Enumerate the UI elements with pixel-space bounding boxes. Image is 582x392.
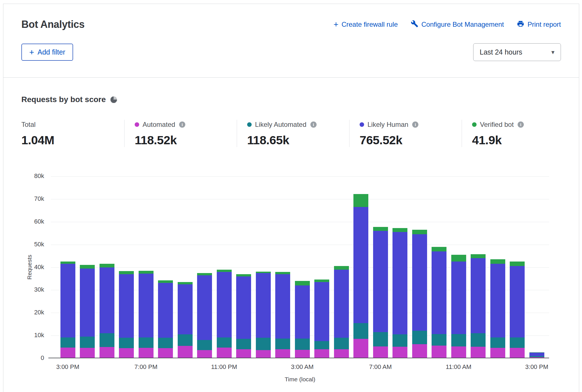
bar-stack[interactable]: [178, 176, 193, 358]
bar-segment-verified-bot: [334, 266, 349, 269]
plus-icon: +: [333, 20, 339, 29]
bar-segment-likely-automated: [510, 337, 525, 348]
bar-stack[interactable]: [217, 176, 232, 358]
bar-segment-likely-human: [80, 269, 95, 337]
bar-segment-likely-human: [451, 262, 466, 334]
stat-verified-bot: Verified bot i 41.9k: [462, 120, 524, 147]
bar-segment-verified-bot: [100, 264, 114, 267]
bar-stack[interactable]: [490, 176, 505, 358]
bar-stack[interactable]: [314, 176, 329, 358]
bar-segment-likely-automated: [119, 338, 134, 348]
bar-segment-verified-bot: [119, 271, 134, 274]
bar-segment-likely-automated: [158, 338, 173, 348]
section-title: Requests by bot score: [21, 95, 106, 104]
bar-segment-automated: [451, 346, 466, 358]
create-firewall-rule-link[interactable]: + Create firewall rule: [333, 20, 398, 29]
add-filter-label: Add filter: [38, 48, 66, 56]
bar-stack[interactable]: [432, 176, 446, 358]
x-tick-label: 7:00 PM: [123, 363, 168, 371]
bar-stack[interactable]: [334, 176, 349, 358]
bar-stack[interactable]: [295, 176, 310, 358]
bar-segment-automated: [236, 349, 251, 358]
legend-dot: [472, 122, 477, 127]
bar-segment-likely-automated: [334, 338, 349, 349]
bar-stack[interactable]: [197, 176, 212, 358]
bar-segment-likely-automated: [432, 334, 446, 345]
stat-likely-automated-label: Likely Automated: [255, 121, 306, 129]
bar-segment-likely-human: [353, 207, 368, 323]
bar-stack[interactable]: [60, 176, 75, 358]
requests-chart: Requests 010k20k30k40k50k60k70k80k 3:00 …: [3, 176, 579, 392]
bar-segment-likely-human: [432, 251, 446, 334]
bar-stack[interactable]: [119, 176, 134, 358]
bar-segment-likely-human: [60, 264, 75, 337]
bar-segment-verified-bot: [139, 271, 154, 274]
bar-stack[interactable]: [373, 176, 388, 358]
bar-segment-automated: [178, 346, 193, 358]
configure-bot-management-link[interactable]: Configure Bot Management: [411, 20, 504, 29]
bar-stack[interactable]: [451, 176, 466, 358]
info-icon[interactable]: i: [518, 121, 524, 128]
x-tick-label: 11:00 AM: [436, 363, 481, 371]
bar-stack[interactable]: [510, 176, 525, 358]
header-actions: + Create firewall rule Configure Bot Man…: [333, 20, 561, 29]
print-report-link[interactable]: Print report: [517, 20, 561, 29]
bar-segment-likely-automated: [295, 339, 310, 350]
add-filter-button[interactable]: + Add filter: [21, 44, 73, 61]
section-title-row: Requests by bot score: [21, 95, 579, 104]
bar-segment-likely-automated: [275, 339, 290, 349]
y-tick-label: 10k: [3, 332, 44, 339]
stat-verified-bot-value: 41.9k: [472, 133, 524, 147]
card-body: Requests by bot score Total 1.04M Automa…: [3, 78, 579, 392]
x-tick-label: 3:00 PM: [514, 363, 559, 371]
bar-stack[interactable]: [471, 176, 486, 358]
bar-stack[interactable]: [236, 176, 251, 358]
bar-segment-automated: [197, 350, 212, 358]
plot-area: [51, 176, 549, 358]
bar-stack[interactable]: [139, 176, 154, 358]
y-tick-label: 60k: [3, 218, 44, 225]
bar-stack[interactable]: [529, 176, 544, 358]
bar-segment-likely-human: [392, 232, 407, 334]
bar-stack[interactable]: [412, 176, 427, 358]
y-tick-label: 70k: [3, 195, 44, 202]
bar-segment-likely-automated: [451, 334, 466, 346]
bar-stack[interactable]: [100, 176, 114, 358]
bar-segment-verified-bot: [60, 262, 75, 264]
bar-segment-likely-automated: [314, 341, 329, 349]
bar-stack[interactable]: [275, 176, 290, 358]
bar-segment-likely-human: [236, 276, 251, 339]
header-row: Bot Analytics + Create firewall rule Con…: [21, 19, 561, 30]
stats-row: Total 1.04M Automated i 118.52k Likely A…: [21, 120, 561, 147]
page-title: Bot Analytics: [21, 19, 85, 30]
bar-stack[interactable]: [80, 176, 95, 358]
filter-row: + Add filter Last 24 hours ▾: [21, 43, 561, 61]
bar-segment-automated: [60, 348, 75, 358]
stat-likely-human: Likely Human i 765.52k: [349, 120, 462, 147]
x-tick-label: 3:00 AM: [280, 363, 325, 371]
info-icon[interactable]: i: [179, 121, 185, 128]
bar-segment-verified-bot: [373, 227, 388, 231]
info-icon[interactable]: i: [310, 121, 317, 128]
bar-segment-likely-human: [373, 231, 388, 332]
bar-segment-likely-automated: [392, 334, 407, 347]
bar-segment-automated: [353, 339, 368, 358]
bar-segment-verified-bot: [510, 262, 525, 266]
bar-segment-likely-human: [256, 273, 271, 338]
bar-stack[interactable]: [392, 176, 407, 358]
bar-segment-likely-human: [217, 272, 232, 337]
bar-segment-automated: [158, 348, 173, 358]
bar-segment-likely-automated: [373, 332, 388, 346]
info-icon[interactable]: i: [412, 121, 418, 128]
x-tick-label: 11:00 PM: [202, 363, 247, 371]
bar-segment-verified-bot: [158, 280, 173, 283]
x-axis-line: [51, 358, 549, 358]
bar-stack[interactable]: [353, 176, 368, 358]
time-range-select[interactable]: Last 24 hours ▾: [473, 43, 561, 61]
bar-segment-likely-human: [295, 285, 310, 339]
bar-stack[interactable]: [158, 176, 173, 358]
bar-segment-automated: [334, 349, 349, 358]
pie-chart-icon[interactable]: [110, 96, 117, 103]
legend-dot: [135, 122, 139, 127]
bar-stack[interactable]: [256, 176, 271, 358]
